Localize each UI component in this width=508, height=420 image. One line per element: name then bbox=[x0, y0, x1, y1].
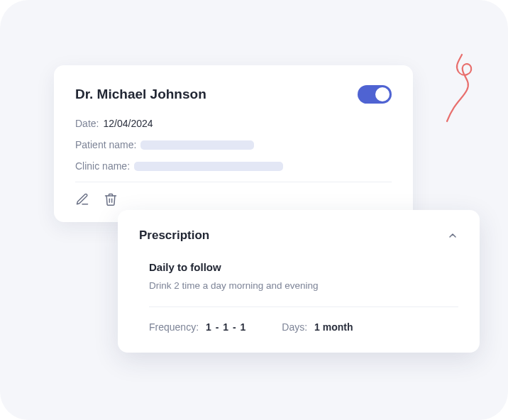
days-value: 1 month bbox=[314, 321, 353, 333]
frequency-group: Frequency: 1 - 1 - 1 bbox=[149, 321, 246, 333]
divider bbox=[149, 306, 458, 307]
daily-description: Drink 2 time a day morning and evening bbox=[149, 280, 458, 291]
chevron-up-icon[interactable] bbox=[447, 230, 458, 241]
decorative-squiggle bbox=[437, 53, 487, 124]
clinic-name-placeholder bbox=[134, 162, 283, 171]
patient-name-placeholder bbox=[140, 140, 254, 150]
doctor-card: Dr. Michael Johnson Date: 12/04/2024 Pat… bbox=[54, 65, 413, 222]
date-row: Date: 12/04/2024 bbox=[75, 118, 392, 129]
date-label: Date: bbox=[75, 118, 99, 129]
prescription-body: Daily to follow Drink 2 time a day morni… bbox=[139, 261, 458, 333]
prescription-header[interactable]: Prescription bbox=[139, 228, 458, 243]
card-actions bbox=[75, 192, 392, 206]
clinic-name-label: Clinic name: bbox=[75, 160, 130, 172]
toggle-knob bbox=[375, 87, 390, 101]
daily-title: Daily to follow bbox=[149, 261, 458, 273]
doctor-name: Dr. Michael Johnson bbox=[75, 87, 206, 102]
clinic-row: Clinic name: bbox=[75, 160, 392, 172]
active-toggle[interactable] bbox=[358, 85, 392, 104]
frequency-row: Frequency: 1 - 1 - 1 Days: 1 month bbox=[149, 321, 458, 333]
edit-icon[interactable] bbox=[75, 192, 89, 206]
days-group: Days: 1 month bbox=[282, 321, 353, 333]
patient-row: Patient name: bbox=[75, 139, 392, 150]
frequency-value: 1 - 1 - 1 bbox=[206, 321, 246, 333]
frequency-label: Frequency: bbox=[149, 321, 199, 333]
divider bbox=[75, 182, 392, 182]
trash-icon[interactable] bbox=[104, 192, 118, 206]
prescription-title: Prescription bbox=[139, 228, 209, 243]
doctor-card-header: Dr. Michael Johnson bbox=[75, 85, 392, 104]
patient-name-label: Patient name: bbox=[75, 139, 136, 150]
prescription-card: Prescription Daily to follow Drink 2 tim… bbox=[118, 210, 480, 353]
date-value: 12/04/2024 bbox=[103, 118, 153, 129]
days-label: Days: bbox=[282, 321, 307, 333]
canvas: Dr. Michael Johnson Date: 12/04/2024 Pat… bbox=[0, 0, 508, 420]
